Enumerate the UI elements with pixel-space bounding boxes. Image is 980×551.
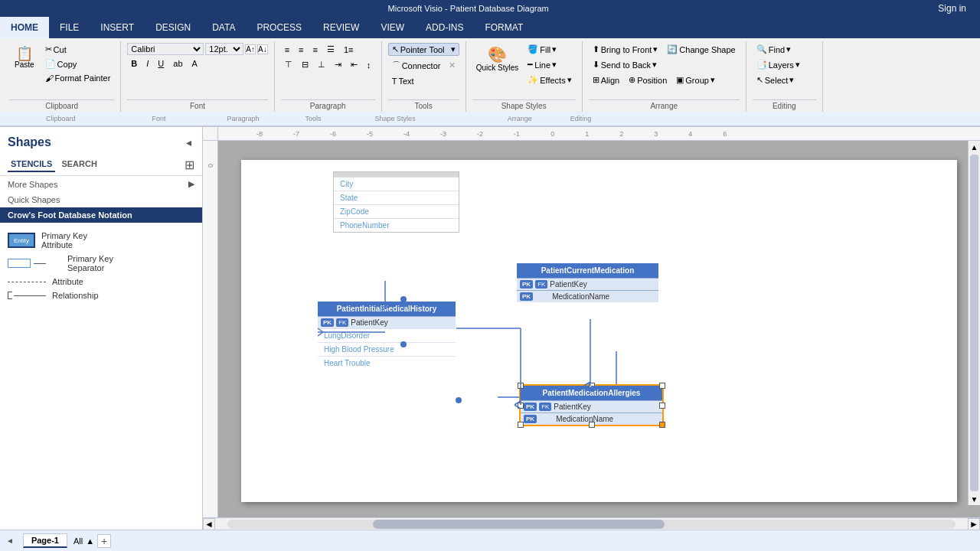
tab-process[interactable]: PROCESS: [246, 17, 312, 38]
all-pages-button[interactable]: All ▲: [74, 536, 94, 546]
connector-button[interactable]: ⌒ Connector ✕: [388, 58, 459, 73]
tab-home[interactable]: HOME: [0, 17, 49, 38]
selection-handle-br[interactable]: [659, 422, 665, 428]
sign-in-button[interactable]: Sign in: [930, 3, 974, 14]
align-center-button[interactable]: ≡: [295, 44, 307, 56]
sidebar-search-tab[interactable]: SEARCH: [58, 158, 100, 172]
canvas-scroll-area[interactable]: City State ZipCode PhoneNumber PatientIn…: [218, 141, 980, 517]
sidebar-quick-shapes[interactable]: Quick Shapes: [0, 192, 202, 207]
find-icon: 🔍: [756, 44, 767, 54]
page-navigation-back[interactable]: ◄: [6, 536, 14, 545]
patient-current-med-table[interactable]: PatientCurrentMedication PK FK PatientKe…: [517, 263, 658, 302]
canvas-with-ruler: 0: [203, 141, 980, 517]
horizontal-scrollbar[interactable]: ◄ ►: [203, 517, 980, 530]
align-right-button[interactable]: ≡: [309, 44, 322, 56]
current-med-pk-row: PK FK PatientKey: [517, 278, 658, 290]
med-allergies-pk-row: PK FK PatientKey: [521, 400, 662, 412]
tab-file[interactable]: FILE: [49, 17, 90, 38]
sidebar-nav: STENCILS SEARCH ⊞: [0, 155, 202, 176]
italic-button[interactable]: I: [142, 57, 152, 70]
page-tab-1[interactable]: Page-1: [23, 533, 67, 548]
position-button[interactable]: ⊕ Position: [625, 73, 671, 86]
underline-button[interactable]: U: [154, 57, 168, 70]
change-shape-icon: 🔄: [667, 44, 678, 54]
align-left-button[interactable]: ≡: [281, 44, 293, 56]
selection-handle-mr[interactable]: [659, 403, 665, 409]
strikethrough-button[interactable]: ab: [169, 57, 186, 70]
add-page-button[interactable]: +: [97, 534, 111, 548]
address-table[interactable]: City State ZipCode PhoneNumber: [333, 171, 459, 233]
sidebar-crowsfoot-section[interactable]: Crow's Foot Database Notation: [0, 207, 202, 223]
tab-addins[interactable]: ADD-INS: [415, 17, 474, 38]
scroll-left-button[interactable]: ◄: [203, 518, 215, 530]
font-size-select[interactable]: 12pt.: [205, 43, 243, 55]
tab-view[interactable]: VIEW: [370, 17, 415, 38]
attribute-shape-item: Attribute: [8, 275, 194, 289]
vertical-scrollbar-thumb[interactable]: [970, 155, 978, 491]
fill-button[interactable]: 🪣 Fill ▾: [524, 43, 575, 56]
bring-to-front-button[interactable]: ⬆ Bring to Front ▾: [589, 43, 662, 56]
pointer-tool-button[interactable]: ↖ Pointer Tool ▾: [388, 43, 459, 56]
align-button[interactable]: ⊞ Align: [589, 73, 623, 86]
sidebar-collapse-button[interactable]: ◂: [183, 133, 194, 152]
line-spacing-button[interactable]: ↕: [363, 59, 375, 71]
group-button[interactable]: ▣ Group ▾: [672, 73, 719, 86]
selection-handle-tr[interactable]: [659, 383, 665, 389]
font-family-select[interactable]: Calibri: [127, 43, 204, 55]
selection-handle-tl[interactable]: [518, 383, 524, 389]
tab-design[interactable]: DESIGN: [145, 17, 201, 38]
select-button[interactable]: ↖ Select ▾: [753, 73, 816, 86]
selection-handle-ml[interactable]: [518, 403, 524, 409]
bullet-list-button[interactable]: ☰: [323, 43, 338, 56]
effects-button[interactable]: ✨ Effects ▾: [524, 73, 575, 86]
sidebar-more-shapes[interactable]: More Shapes ▶: [0, 176, 202, 192]
heart-trouble-row: Heart Trouble: [318, 356, 456, 370]
scrollbar-thumb[interactable]: [373, 520, 664, 529]
paste-button[interactable]: 📋 Paste: [9, 43, 40, 73]
align-middle-button[interactable]: ⊟: [298, 58, 312, 71]
copy-button[interactable]: 📄 Copy: [41, 57, 115, 70]
scroll-up-button[interactable]: ▲: [969, 141, 980, 153]
outdent-button[interactable]: ⇤: [347, 58, 361, 71]
text-icon: T: [392, 77, 397, 86]
format-painter-button[interactable]: 🖌 Format Painter: [41, 72, 115, 84]
selection-handle-bm[interactable]: [589, 422, 595, 428]
tab-format[interactable]: FORMAT: [474, 17, 534, 38]
connector-node-2: [400, 341, 407, 347]
selection-handle-bl[interactable]: [518, 422, 524, 428]
align-top-button[interactable]: ⊤: [281, 58, 296, 71]
align-bottom-button[interactable]: ⊥: [314, 58, 329, 71]
app-title: Microsoft Visio - Patient Database Diagr…: [6, 4, 930, 13]
sidebar-expand-button[interactable]: ⊞: [185, 158, 194, 172]
text-button[interactable]: T Text: [388, 75, 459, 87]
quick-styles-button[interactable]: 🎨 Quick Styles: [472, 43, 523, 74]
scroll-right-button[interactable]: ►: [968, 518, 980, 530]
address-phone-row: PhoneNumber: [334, 218, 459, 232]
ribbon-tabs: HOME FILE INSERT DESIGN DATA PROCESS REV…: [0, 17, 980, 38]
connector-close-icon[interactable]: ✕: [449, 60, 456, 70]
vertical-scrollbar[interactable]: ▲ ▼: [968, 141, 980, 505]
tab-review[interactable]: REVIEW: [312, 17, 370, 38]
indent-button[interactable]: ⇥: [331, 58, 345, 71]
send-to-back-button[interactable]: ⬇ Send to Back ▾: [589, 58, 661, 71]
cut-button[interactable]: ✂ Cut: [41, 43, 115, 56]
scroll-down-button[interactable]: ▼: [969, 493, 980, 505]
increase-font-button[interactable]: A↑: [245, 44, 256, 54]
ribbon-group-arrange: ⬆ Bring to Front ▾ 🔄 Change Shape ⬇ Send…: [583, 41, 746, 112]
sidebar: Shapes ◂ STENCILS SEARCH ⊞ More Shapes ▶…: [0, 127, 203, 530]
sidebar-stencils-tab[interactable]: STENCILS: [8, 158, 55, 172]
change-shape-button[interactable]: 🔄 Change Shape: [663, 43, 739, 56]
patient-history-table[interactable]: PatientInitialMedicalHistory PK FK Patie…: [318, 302, 456, 370]
canvas-page[interactable]: City State ZipCode PhoneNumber PatientIn…: [241, 160, 957, 502]
current-med-medname-row: PK MedicationName: [517, 290, 658, 302]
address-city-row: City: [334, 177, 459, 191]
tab-data[interactable]: DATA: [201, 17, 246, 38]
decrease-font-button[interactable]: A↓: [257, 44, 268, 54]
font-color-button[interactable]: A: [188, 57, 203, 70]
find-button[interactable]: 🔍 Find ▾: [753, 43, 816, 56]
numbered-list-button[interactable]: 1≡: [340, 44, 358, 56]
layers-button[interactable]: 📑 Layers ▾: [753, 58, 816, 71]
tab-insert[interactable]: INSERT: [90, 17, 145, 38]
bold-button[interactable]: B: [127, 57, 141, 70]
line-button[interactable]: ━ Line ▾: [524, 58, 575, 71]
